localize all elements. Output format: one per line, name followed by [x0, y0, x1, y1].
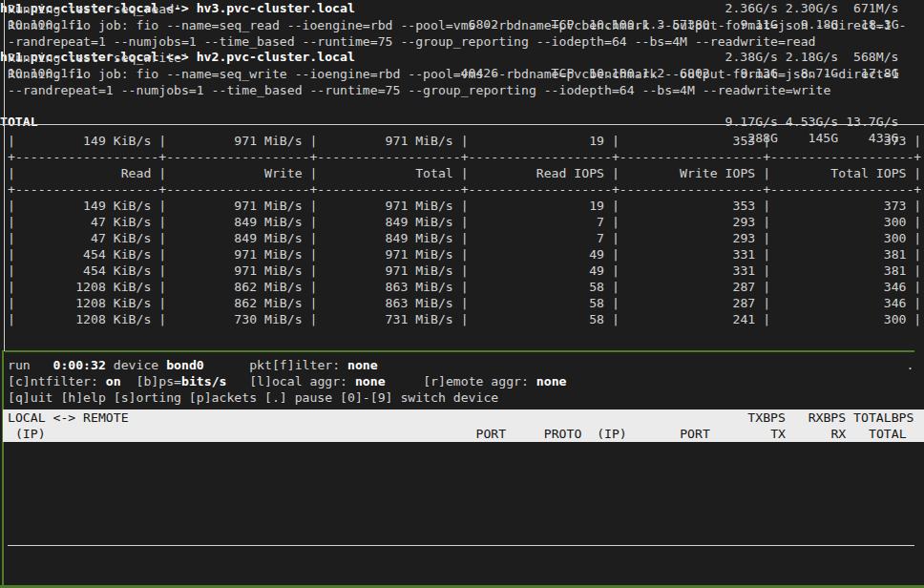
- text-segment: none: [347, 358, 378, 372]
- spacer: [627, 427, 680, 441]
- table-row: | 1208 KiB/s | 862 MiB/s | 863 MiB/s | 5…: [8, 279, 921, 295]
- connection-line: [0, 97, 924, 114]
- table-row: | 149 KiB/s | 971 MiB/s | 971 MiB/s | 19…: [8, 133, 921, 149]
- text-segment: bits/s: [181, 374, 226, 388]
- text-segment: | 1208 KiB/s | 730 MiB/s | 731 MiB/s | 5…: [8, 312, 921, 326]
- text-segment: pkt[f]ilter:: [249, 358, 347, 372]
- text-segment: | 1208 KiB/s | 862 MiB/s | 863 MiB/s | 5…: [8, 280, 921, 294]
- status-line: [q]uit [h]elp [s]orting [p]ackets [.] pa…: [8, 389, 914, 406]
- text-segment: +-------------------+-------------------…: [8, 182, 921, 197]
- fio-results-table: | 149 KiB/s | 971 MiB/s | 971 MiB/s | 19…: [8, 133, 921, 327]
- text-segment: device: [106, 358, 166, 372]
- log-line: Running fio job: fio --name=seq_write --…: [8, 66, 906, 82]
- spacer: [710, 427, 770, 441]
- log-line: -randrepeat=1 --numjobs=1 --time_based -…: [8, 33, 906, 50]
- text-segment: | 1208 KiB/s | 862 MiB/s | 863 MiB/s | 5…: [8, 296, 921, 310]
- text-segment: | 454 KiB/s | 971 MiB/s | 971 MiB/s | 49…: [8, 263, 921, 278]
- spacer: [46, 427, 476, 441]
- text-segment: on: [106, 374, 121, 388]
- spacer: [581, 427, 597, 441]
- log-line: Running fio job: fio --name=seq_read --i…: [8, 17, 906, 33]
- terminal[interactable]: +-------------------+-------------------…: [0, 0, 924, 588]
- text-segment: (IP): [597, 427, 627, 441]
- text-segment: | 47 KiB/s | 849 MiB/s | 849 MiB/s | 7 |…: [8, 231, 921, 245]
- text-segment: TX: [770, 427, 786, 441]
- text-segment: | 149 KiB/s | 971 MiB/s | 971 MiB/s | 19…: [8, 134, 921, 148]
- spacer: [204, 358, 249, 372]
- text-segment: [l]ocal aggr:: [249, 374, 355, 388]
- table-row: | 149 KiB/s | 971 MiB/s | 971 MiB/s | 19…: [8, 198, 921, 214]
- table-row: | 454 KiB/s | 971 MiB/s | 971 MiB/s | 49…: [8, 262, 921, 279]
- active-pane-border-left: [2, 350, 4, 588]
- network-monitor-status: run 0:00:32 device bond0 pkt[f]ilter: no…: [8, 357, 914, 406]
- text-segment: 4.53G/s: [786, 115, 838, 129]
- text-segment: TOTAL: [0, 115, 38, 129]
- connection-line: TOTAL 9.17G/s 4.53G/s 13.7G/s: [0, 114, 924, 130]
- text-segment: RX: [830, 427, 846, 441]
- spacer: [386, 374, 424, 388]
- table-row: | 47 KiB/s | 849 MiB/s | 849 MiB/s | 7 |…: [8, 230, 921, 246]
- text-segment: 13.7G/s: [846, 115, 898, 129]
- text-segment: [b]ps=: [136, 374, 181, 388]
- table-header-row: | Read | Write | Total | Read IOPS | Wri…: [8, 165, 921, 181]
- spacer: [846, 427, 869, 441]
- log-line: Running test 'seq_read': [8, 1, 906, 17]
- spacer: [778, 115, 786, 129]
- spacer: [506, 427, 544, 441]
- table-row: | 1208 KiB/s | 862 MiB/s | 863 MiB/s | 5…: [8, 295, 921, 311]
- spacer: [838, 115, 846, 129]
- spacer: [786, 427, 830, 441]
- top-pane-border-left: [4, 0, 5, 351]
- text-segment: TOTALBPS: [853, 410, 914, 425]
- table-separator: +-------------------+-------------------…: [8, 149, 921, 165]
- text-segment: | Read | Write | Total | Read IOPS | Wri…: [8, 166, 921, 180]
- table-row: | 47 KiB/s | 849 MiB/s | 849 MiB/s | 7 |…: [8, 214, 921, 230]
- spacer: [226, 374, 249, 388]
- spacer: [846, 410, 853, 425]
- spacer: [378, 358, 907, 372]
- status-line: [c]ntfilter: on [b]ps=bits/s [l]ocal agg…: [8, 373, 914, 389]
- text-segment: PORT: [476, 427, 507, 441]
- text-segment: LOCAL <-> REMOTE: [8, 410, 129, 425]
- text-segment: | 454 KiB/s | 971 MiB/s | 971 MiB/s | 49…: [8, 247, 921, 262]
- header-bar-line: (IP) PORT PROTO (IP) PORT TX RX TOTAL: [3, 426, 924, 442]
- text-segment: .: [907, 358, 914, 372]
- spacer: [129, 410, 748, 425]
- total-divider: [8, 545, 914, 546]
- text-segment: | 149 KiB/s | 971 MiB/s | 971 MiB/s | 19…: [8, 199, 921, 213]
- log-line: Running test 'seq_write': [8, 50, 906, 66]
- table-row: | 1208 KiB/s | 730 MiB/s | 731 MiB/s | 5…: [8, 311, 921, 327]
- text-segment: none: [355, 374, 386, 388]
- text-segment: [c]ntfilter:: [8, 374, 106, 388]
- fio-log: Running test 'seq_read' Running fio job:…: [8, 1, 906, 98]
- text-segment: bond0: [166, 358, 204, 372]
- status-line: run 0:00:32 device bond0 pkt[f]ilter: no…: [8, 357, 914, 373]
- table-separator: +-------------------+-------------------…: [8, 181, 921, 198]
- network-table-header-bar: LOCAL <-> REMOTE TXBPS RXBPS TOTALBPS (I…: [3, 410, 924, 442]
- text-segment: +-------------------+-------------------…: [8, 150, 921, 164]
- text-segment: PORT: [680, 427, 710, 441]
- text-segment: [q]uit [h]elp [s]orting [p]ackets [.] pa…: [8, 390, 498, 405]
- active-pane-border-top: [5, 350, 914, 352]
- text-segment: PROTO: [544, 427, 582, 441]
- spacer: [786, 410, 808, 425]
- header-bar-line: LOCAL <-> REMOTE TXBPS RXBPS TOTALBPS: [3, 410, 924, 426]
- top-pane-divider: [0, 124, 924, 125]
- text-segment: TOTAL: [869, 427, 907, 441]
- table-row: | 454 KiB/s | 971 MiB/s | 971 MiB/s | 49…: [8, 246, 921, 262]
- text-segment: none: [536, 374, 567, 388]
- log-line: --randrepeat=1 --numjobs=1 --time_based …: [8, 82, 906, 98]
- text-segment: 9.17G/s: [725, 115, 778, 129]
- spacer: [121, 374, 136, 388]
- text-segment: run: [8, 358, 52, 372]
- text-segment: RXBPS: [808, 410, 847, 425]
- text-segment: | 47 KiB/s | 849 MiB/s | 849 MiB/s | 7 |…: [8, 215, 921, 229]
- text-segment: [r]emote aggr:: [423, 374, 536, 388]
- text-segment: 0:00:32: [52, 358, 105, 372]
- text-segment: TXBPS: [747, 410, 786, 425]
- spacer: [38, 115, 725, 129]
- text-segment: (IP): [8, 427, 46, 441]
